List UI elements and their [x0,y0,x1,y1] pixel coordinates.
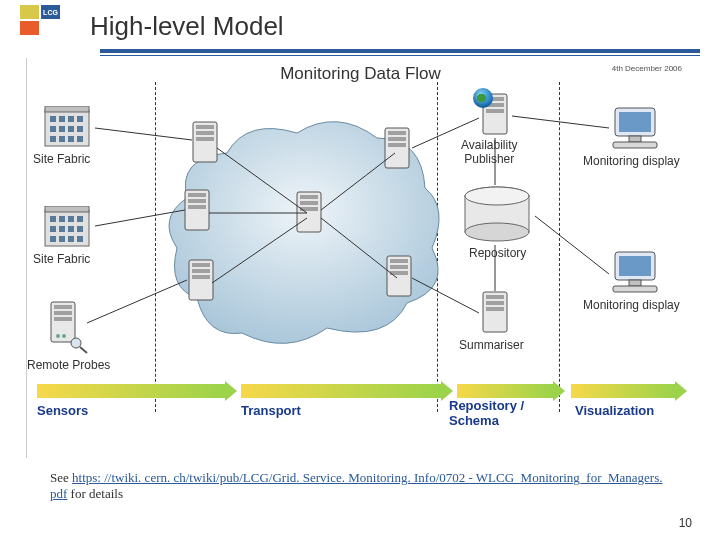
svg-rect-19 [77,216,83,222]
svg-rect-86 [629,136,641,142]
probe-magnifier-icon [69,336,89,354]
site-fabric-label: Site Fabric [33,252,90,266]
stage-arrow [457,384,553,398]
svg-rect-13 [77,136,83,142]
right-lines [407,113,497,343]
monitoring-display-icon [611,106,659,150]
svg-rect-17 [59,216,65,222]
diagram-title: Monitoring Data Flow [27,64,694,84]
svg-rect-8 [68,126,74,132]
svg-rect-16 [50,216,56,222]
svg-point-32 [56,334,60,338]
svg-rect-1 [45,106,89,112]
title-rule [100,49,700,53]
slide-header: LCG High-level Model [0,0,720,47]
stage-repository-schema-label: Repository / Schema [449,399,524,428]
svg-line-65 [95,128,192,140]
svg-rect-27 [77,236,83,242]
title-thin-rule [100,55,700,56]
svg-line-92 [512,116,609,128]
svg-line-66 [95,210,185,226]
site-fabric-icon [41,106,93,148]
svg-rect-85 [619,112,651,132]
diagram-container: Monitoring Data Flow 4th December 2006 [26,58,694,458]
stage-arrow [241,384,441,398]
svg-rect-6 [50,126,56,132]
svg-line-80 [412,118,479,148]
svg-rect-87 [613,142,657,148]
display-lines [507,106,617,306]
footer-suffix: for details [67,486,123,501]
svg-rect-25 [59,236,65,242]
svg-rect-31 [54,317,72,321]
site-fabric-label: Site Fabric [33,152,90,166]
footer-link[interactable]: https: //twiki. cern. ch/twiki/pub/LCG/G… [50,470,663,501]
svg-rect-23 [77,226,83,232]
svg-rect-18 [68,216,74,222]
svg-rect-22 [68,226,74,232]
svg-line-67 [87,280,187,323]
stage-transport-label: Transport [241,403,301,418]
svg-rect-91 [613,286,657,292]
svg-rect-7 [59,126,65,132]
lcg-logo: LCG [20,5,76,47]
stage-visualization-label: Visualization [575,403,654,418]
svg-rect-10 [50,136,56,142]
svg-rect-89 [619,256,651,276]
svg-rect-2 [50,116,56,122]
stage-arrow [571,384,675,398]
globe-icon [473,88,493,108]
svg-rect-15 [45,206,89,212]
svg-line-93 [535,216,609,274]
stage-arrow [37,384,225,398]
svg-line-60 [217,148,307,213]
monitoring-display-icon [611,250,659,294]
slide-title: High-level Model [90,11,284,42]
svg-rect-26 [68,236,74,242]
cloud-lines [157,98,447,358]
left-lines [87,118,197,368]
svg-rect-21 [59,226,65,232]
svg-rect-24 [50,236,56,242]
svg-line-81 [412,278,479,313]
svg-rect-4 [68,116,74,122]
stage-sensors-label: Sensors [37,403,88,418]
svg-rect-29 [54,305,72,309]
svg-rect-30 [54,311,72,315]
svg-line-63 [321,153,395,210]
svg-point-34 [71,338,81,348]
svg-rect-11 [59,136,65,142]
svg-rect-20 [50,226,56,232]
svg-line-62 [212,218,307,283]
slide: LCG High-level Model Monitoring Data Flo… [0,0,720,540]
svg-rect-9 [77,126,83,132]
svg-rect-3 [59,116,65,122]
site-fabric-icon [41,206,93,248]
footer-text: See https: //twiki. cern. ch/twiki/pub/L… [50,470,670,502]
footer-see: See [50,470,72,485]
svg-line-35 [80,347,87,353]
svg-rect-5 [77,116,83,122]
svg-rect-12 [68,136,74,142]
svg-line-64 [321,218,397,278]
page-number: 10 [679,516,692,530]
diagram-date: 4th December 2006 [612,64,682,73]
svg-rect-90 [629,280,641,286]
svg-point-33 [62,334,66,338]
